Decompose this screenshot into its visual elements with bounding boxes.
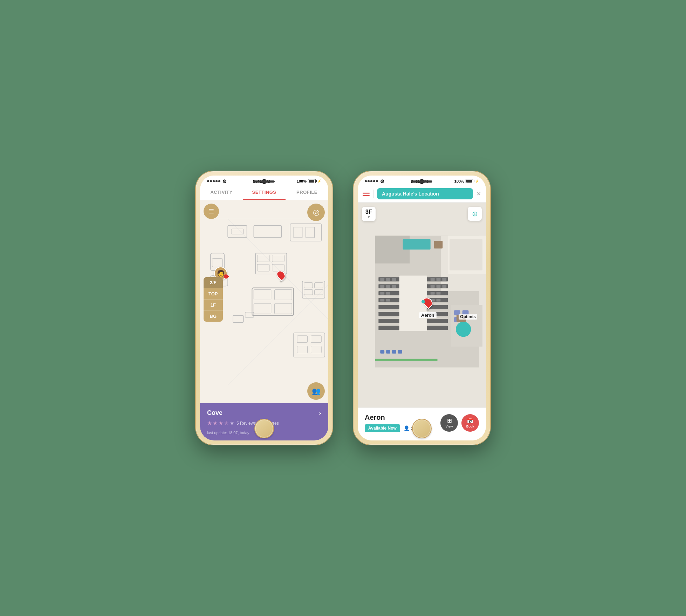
floor-btn-bg[interactable]: BG xyxy=(204,311,223,322)
screen-1: ⊜ 9:41 AM 100% ⚡ ACTIVITY SETTINGS xyxy=(200,176,328,440)
home-button-2[interactable] xyxy=(412,419,432,438)
hamburger-line-2 xyxy=(363,193,370,194)
wifi-icon: ⊜ xyxy=(222,178,227,184)
optimis-label-container: Optimis xyxy=(459,313,477,320)
svg-rect-53 xyxy=(380,285,384,288)
phone-1: ⊜ 9:41 AM 100% ⚡ ACTIVITY SETTINGS xyxy=(196,171,332,445)
floor-btn-2f[interactable]: 2/F xyxy=(204,277,223,288)
svg-rect-64 xyxy=(437,285,441,288)
svg-rect-65 xyxy=(442,285,446,288)
signal-area: ⊜ xyxy=(207,178,227,184)
optimis-label: Optimis xyxy=(459,314,477,320)
battery-area-2: 100% ⚡ xyxy=(454,179,479,183)
signal-dots-2 xyxy=(365,180,378,182)
svg-rect-63 xyxy=(431,285,435,288)
floor-selector[interactable]: 2/F TOP 1F BG xyxy=(204,277,223,322)
svg-rect-60 xyxy=(431,278,435,281)
nav-tabs: ACTIVITY SETTINGS PROFILE xyxy=(200,185,328,200)
floor-btn-1f[interactable]: 1F xyxy=(204,300,223,311)
screen-2: ⊜ 9:41 AM 100% ⚡ xyxy=(358,176,486,440)
view-label: View xyxy=(446,425,453,428)
target-button[interactable]: ◎ xyxy=(307,204,325,221)
svg-point-74 xyxy=(456,322,471,337)
svg-rect-40 xyxy=(434,241,443,249)
main-pin xyxy=(277,270,285,282)
floor-map-1: ☰ 2/F TOP 1F BG ◎ 👥 xyxy=(200,200,328,403)
location-pill[interactable]: Augusta Hale's Location xyxy=(377,188,473,199)
floor-arrow-down: ▾ xyxy=(365,215,372,219)
battery-bolt-1: ⚡ xyxy=(317,179,321,183)
available-badge: Available Now xyxy=(365,424,400,432)
phone2-topbar: Augusta Hale's Location × xyxy=(358,185,486,203)
person-icon: 👤 xyxy=(404,425,410,431)
tab-activity[interactable]: ACTIVITY xyxy=(200,185,243,200)
locate-icon: ⊕ xyxy=(472,210,478,218)
chevron-right-icon[interactable]: › xyxy=(319,409,321,417)
hamburger-button[interactable] xyxy=(363,192,370,196)
svg-rect-66 xyxy=(431,292,435,295)
battery-pct-2: 100% xyxy=(454,179,464,183)
aeron-pin[interactable]: Aeron xyxy=(419,297,437,318)
svg-rect-75 xyxy=(380,350,384,354)
wifi-icon-2: ⊜ xyxy=(380,178,384,184)
review-count: 5 Reviews xyxy=(236,421,256,426)
floor-selector-2[interactable]: 3F ▾ xyxy=(362,207,376,221)
menu-icon: ☰ xyxy=(208,207,214,215)
svg-rect-69 xyxy=(437,299,441,302)
svg-rect-67 xyxy=(437,292,441,295)
star-4: ★ xyxy=(224,420,229,426)
star-3: ★ xyxy=(218,420,223,426)
speaker-1 xyxy=(254,180,275,183)
tab-profile[interactable]: PROFILE xyxy=(286,185,328,200)
floor-map-2: 3F ▾ ⊕ Aeron Optimis xyxy=(358,203,486,408)
tab-settings[interactable]: SETTINGS xyxy=(243,185,286,200)
signal-area-2: ⊜ xyxy=(365,178,384,184)
star-1: ★ xyxy=(207,420,212,426)
menu-button[interactable]: ☰ xyxy=(204,204,219,219)
room-actions: ⊞ View 📅 Book xyxy=(440,414,479,432)
room-name: Aeron xyxy=(365,413,413,422)
room-status-row: Available Now 👤 3 xyxy=(365,424,413,432)
svg-rect-56 xyxy=(380,292,384,295)
svg-rect-39 xyxy=(403,239,431,250)
star-5: ★ xyxy=(229,420,234,426)
star-rating: ★ ★ ★ ★ ★ xyxy=(207,420,234,426)
svg-rect-77 xyxy=(392,350,396,354)
floor-number: 3F xyxy=(365,209,372,215)
people-search-button[interactable]: 👥 xyxy=(307,382,325,400)
svg-rect-79 xyxy=(375,359,437,361)
target-icon: ◎ xyxy=(313,208,320,217)
speaker-2 xyxy=(411,180,432,183)
divider xyxy=(373,190,373,198)
locate-button[interactable]: ⊕ xyxy=(468,207,482,221)
svg-rect-51 xyxy=(386,278,390,281)
home-button-1[interactable] xyxy=(254,419,274,438)
battery-bolt-2: ⚡ xyxy=(475,179,479,183)
battery-area-1: 100% ⚡ xyxy=(297,179,321,183)
svg-rect-58 xyxy=(380,299,384,302)
battery-icon-1 xyxy=(308,179,316,183)
svg-rect-81 xyxy=(450,239,482,271)
svg-rect-52 xyxy=(392,278,396,281)
info-card-header: Cove › xyxy=(207,409,321,417)
book-button[interactable]: 📅 Book xyxy=(461,414,479,432)
svg-rect-76 xyxy=(386,350,390,354)
phone-2: ⊜ 9:41 AM 100% ⚡ xyxy=(354,171,490,445)
svg-rect-62 xyxy=(442,278,446,281)
battery-pct-1: 100% xyxy=(297,179,307,183)
view-button[interactable]: ⊞ View xyxy=(440,414,458,432)
signal-dots xyxy=(207,180,220,182)
svg-rect-54 xyxy=(386,285,390,288)
battery-icon-2 xyxy=(466,179,473,183)
hamburger-line-1 xyxy=(363,192,370,192)
left-controls: ☰ 2/F TOP 1F BG xyxy=(204,204,223,322)
close-button[interactable]: × xyxy=(476,189,481,198)
svg-rect-50 xyxy=(380,278,384,281)
info-card-title: Cove xyxy=(207,409,222,417)
svg-rect-61 xyxy=(437,278,441,281)
pin-shadow xyxy=(280,281,282,282)
star-2: ★ xyxy=(213,420,218,426)
book-icon: 📅 xyxy=(467,417,474,424)
aeron-pin-shadow xyxy=(426,309,430,311)
floor-btn-top[interactable]: TOP xyxy=(204,288,223,300)
